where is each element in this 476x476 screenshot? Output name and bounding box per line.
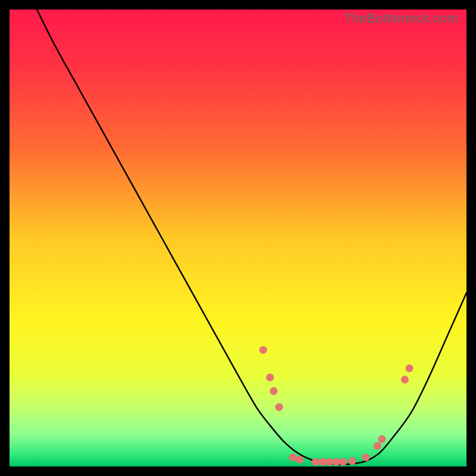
- data-marker: [270, 387, 277, 395]
- data-marker: [362, 453, 370, 461]
- data-marker: [289, 453, 297, 461]
- chart-frame: TheBottleneck.com: [10, 10, 466, 466]
- data-marker: [266, 374, 274, 381]
- data-marker: [339, 458, 347, 466]
- data-marker: [312, 458, 320, 466]
- data-marker: [275, 403, 283, 411]
- data-marker: [401, 376, 409, 384]
- bottleneck-chart: [10, 10, 466, 466]
- data-marker: [319, 458, 327, 466]
- data-marker: [325, 458, 333, 466]
- data-marker: [259, 346, 267, 354]
- data-marker: [296, 456, 303, 464]
- data-marker: [406, 364, 414, 372]
- data-marker: [374, 442, 381, 450]
- data-marker: [349, 457, 356, 465]
- data-marker: [378, 435, 386, 443]
- watermark-text: TheBottleneck.com: [344, 11, 458, 26]
- data-marker: [333, 458, 340, 466]
- chart-background: [10, 10, 466, 466]
